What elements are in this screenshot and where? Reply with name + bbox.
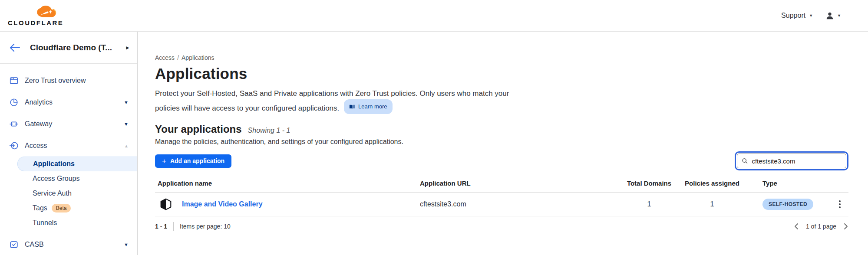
page-title: Applications xyxy=(155,65,848,82)
sidebar-item-label: Access Groups xyxy=(33,175,79,183)
account-switcher[interactable]: Cloudflare Demo (T... ► xyxy=(0,32,137,64)
account-name: Cloudflare Demo (T... xyxy=(30,43,112,52)
pie-chart-icon xyxy=(9,97,19,108)
page-info: 1 of 1 page xyxy=(806,223,836,230)
section-subtitle: Manage the policies, authentication, and… xyxy=(155,138,848,146)
chevron-down-icon: ▼ xyxy=(124,121,129,127)
book-icon xyxy=(349,104,355,110)
sidebar-item-label: Applications xyxy=(33,160,75,168)
table-controls: + Add an application xyxy=(155,154,848,168)
learn-more-label: Learn more xyxy=(358,101,387,112)
application-link[interactable]: Image and Video Gallery xyxy=(182,200,263,208)
user-icon xyxy=(825,11,835,20)
breadcrumb-separator: / xyxy=(177,54,179,61)
chevron-down-icon: ▼ xyxy=(124,100,129,105)
application-url-cell: cftestsite3.com xyxy=(420,200,621,208)
sidebar-item-label: CASB xyxy=(25,241,44,248)
add-application-label: Add an application xyxy=(170,157,224,164)
pagination-summary: 1 - 1 Items per page: 10 xyxy=(155,222,231,231)
sidebar-item-casb[interactable]: CASB ▼ xyxy=(0,234,137,255)
sidebar-item-service-auth[interactable]: Service Auth xyxy=(0,186,137,201)
showing-count: Showing 1 - 1 xyxy=(248,127,290,134)
table-footer: 1 - 1 Items per page: 10 1 of 1 page xyxy=(155,222,848,231)
access-login-icon xyxy=(9,141,19,151)
chevron-down-icon: ▼ xyxy=(124,242,129,247)
sidebar-item-applications[interactable]: Applications xyxy=(17,157,137,171)
chevron-down-icon: ▼ xyxy=(809,13,813,18)
column-header-type: Type xyxy=(747,180,831,187)
top-header: CLOUDFLARE Support ▼ ▼ xyxy=(0,0,868,32)
top-right-controls: Support ▼ ▼ xyxy=(781,11,841,20)
policies-assigned-cell: 1 xyxy=(677,200,747,208)
support-menu[interactable]: Support ▼ xyxy=(781,12,813,20)
total-domains-cell: 1 xyxy=(621,200,677,208)
sidebar-item-label: Analytics xyxy=(25,98,53,106)
support-label: Support xyxy=(781,12,805,20)
chevron-right-icon[interactable]: ► xyxy=(125,45,130,51)
cloudflare-wordmark: CLOUDFLARE xyxy=(8,20,63,26)
sidebar-item-tunnels[interactable]: Tunnels xyxy=(0,216,137,230)
column-header-application-name: Application name xyxy=(158,180,420,187)
cloudflare-logo[interactable]: CLOUDFLARE xyxy=(8,6,63,26)
section-title: Your applications xyxy=(155,123,242,135)
sidebar-item-gateway[interactable]: Gateway ▼ xyxy=(0,113,137,135)
items-per-page: Items per page: 10 xyxy=(180,223,231,230)
sidebar-item-label: Tunnels xyxy=(33,219,57,227)
applications-table: Application name Application URL Total D… xyxy=(155,180,848,216)
column-header-application-url: Application URL xyxy=(420,180,621,187)
breadcrumb-applications: Applications xyxy=(182,54,215,61)
sidebar-item-label: Access xyxy=(25,142,47,150)
search-icon xyxy=(742,157,748,164)
next-page-icon[interactable] xyxy=(843,223,848,230)
page-description-text: Protect your Self-Hosted, SaaS and Priva… xyxy=(155,89,509,112)
sidebar-item-access[interactable]: Access ▲ xyxy=(0,135,137,157)
plus-icon: + xyxy=(162,157,166,165)
account-user-menu[interactable]: ▼ xyxy=(825,11,841,20)
sidebar: Cloudflare Demo (T... ► Zero Trust overv… xyxy=(0,32,138,255)
table-row: Image and Video Gallery cftestsite3.com … xyxy=(155,193,848,216)
add-application-button[interactable]: + Add an application xyxy=(155,154,231,168)
section-header: Your applications Showing 1 - 1 xyxy=(155,123,848,135)
page-description: Protect your Self-Hosted, SaaS and Priva… xyxy=(155,88,522,114)
previous-page-icon[interactable] xyxy=(794,223,799,230)
sidebar-item-label: Tags xyxy=(33,204,47,212)
sidebar-item-label: Service Auth xyxy=(33,190,72,197)
access-subnav: Applications Access Groups Service Auth … xyxy=(0,157,137,230)
search-box[interactable] xyxy=(737,154,846,168)
self-hosted-badge: SELF-HOSTED xyxy=(762,199,813,210)
sidebar-item-tags[interactable]: Tags Beta xyxy=(0,201,137,216)
sidebar-item-zero-trust-overview[interactable]: Zero Trust overview xyxy=(0,70,137,92)
table-header-row: Application name Application URL Total D… xyxy=(155,180,848,193)
sidebar-item-label: Gateway xyxy=(25,120,52,128)
sidebar-item-label: Zero Trust overview xyxy=(25,77,86,85)
app-cube-icon xyxy=(158,196,174,212)
type-cell: SELF-HOSTED xyxy=(747,199,831,210)
back-arrow-icon[interactable] xyxy=(10,43,20,52)
cloudflare-zero-trust-app: CLOUDFLARE Support ▼ ▼ Cloudflar xyxy=(0,0,868,255)
cloudflare-cloud-icon xyxy=(36,6,63,19)
sidebar-item-analytics[interactable]: Analytics ▼ xyxy=(0,92,137,113)
chevron-up-icon: ▲ xyxy=(124,144,129,148)
beta-badge: Beta xyxy=(52,204,71,212)
row-actions-kebab-icon[interactable] xyxy=(837,199,842,210)
breadcrumb: Access/Applications xyxy=(155,54,848,61)
sidebar-item-access-groups[interactable]: Access Groups xyxy=(0,171,137,186)
search-input[interactable] xyxy=(752,157,842,165)
column-header-total-domains: Total Domains xyxy=(621,180,677,187)
footer-divider xyxy=(173,222,174,231)
sidebar-nav: Zero Trust overview Analytics ▼ Gateway … xyxy=(0,64,137,255)
window-icon xyxy=(9,75,19,86)
gateway-icon xyxy=(9,119,19,129)
main-content: Access/Applications Applications Protect… xyxy=(138,32,868,255)
column-header-policies-assigned: Policies assigned xyxy=(677,180,747,187)
learn-more-badge[interactable]: Learn more xyxy=(344,99,392,114)
breadcrumb-access[interactable]: Access xyxy=(155,54,175,61)
casb-check-icon xyxy=(9,239,19,250)
chevron-down-icon: ▼ xyxy=(837,13,841,18)
application-name-cell: Image and Video Gallery xyxy=(158,196,420,212)
items-range: 1 - 1 xyxy=(155,223,167,230)
pager: 1 of 1 page xyxy=(794,223,848,230)
